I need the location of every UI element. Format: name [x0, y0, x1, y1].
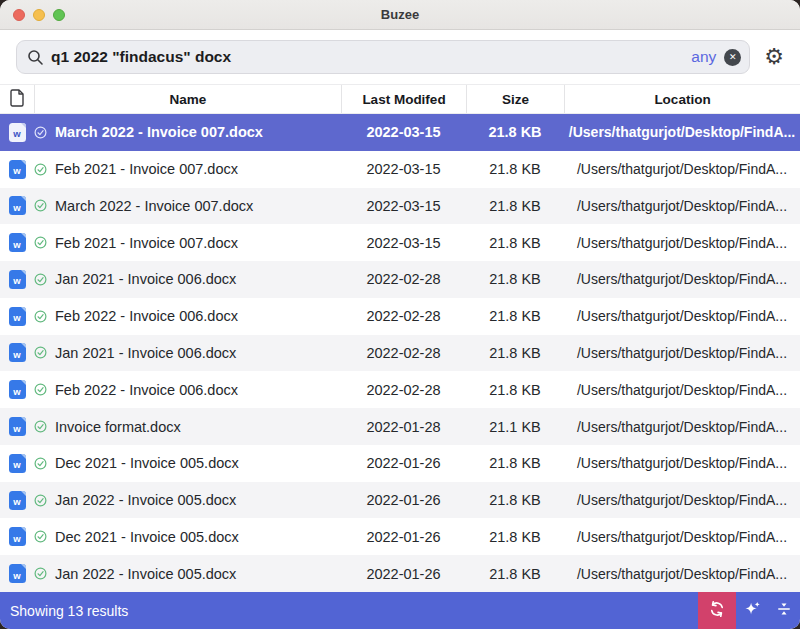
file-size: 21.1 KB: [466, 419, 564, 435]
file-modified-date: 2022-03-15: [341, 161, 466, 177]
table-row[interactable]: w Jan 2021 - Invoice 006.docx 2022-02-28…: [0, 335, 800, 372]
file-size: 21.8 KB: [466, 455, 564, 471]
file-name: Feb 2022 - Invoice 006.docx: [55, 308, 238, 324]
column-header-name[interactable]: Name: [34, 85, 341, 113]
file-name-cell: Jan 2021 - Invoice 006.docx: [34, 271, 341, 287]
word-file-icon: w: [9, 417, 26, 436]
file-type-cell: w: [0, 417, 34, 436]
column-header-modified[interactable]: Last Modifed: [341, 85, 466, 113]
collapse-vertical-icon: [775, 600, 793, 622]
document-icon: [10, 89, 25, 110]
file-name-cell: Dec 2021 - Invoice 005.docx: [34, 455, 341, 471]
file-name: Feb 2022 - Invoice 006.docx: [55, 382, 238, 398]
table-row[interactable]: w Feb 2022 - Invoice 006.docx 2022-02-28…: [0, 371, 800, 408]
results-count: Showing 13 results: [0, 603, 698, 619]
minimize-button[interactable]: [33, 9, 45, 21]
app-window: Buzee any ✕ ⚙ Name La: [0, 0, 800, 629]
column-header-size[interactable]: Size: [466, 85, 564, 113]
table-row[interactable]: w Dec 2021 - Invoice 005.docx 2022-01-26…: [0, 445, 800, 482]
file-type-cell: w: [0, 527, 34, 546]
file-size: 21.8 KB: [466, 124, 564, 140]
table-row[interactable]: w Feb 2021 - Invoice 007.docx 2022-03-15…: [0, 151, 800, 188]
file-name: March 2022 - Invoice 007.docx: [55, 124, 263, 140]
file-type-cell: w: [0, 564, 34, 583]
table-row[interactable]: w Feb 2022 - Invoice 006.docx 2022-02-28…: [0, 298, 800, 335]
file-type-cell: w: [0, 123, 34, 142]
table-row[interactable]: w Jan 2022 - Invoice 005.docx 2022-01-26…: [0, 555, 800, 592]
file-name-cell: Feb 2022 - Invoice 006.docx: [34, 382, 341, 398]
file-name: Dec 2021 - Invoice 005.docx: [55, 529, 239, 545]
search-bar: any ✕ ⚙: [0, 30, 800, 84]
file-type-column-header[interactable]: [0, 85, 34, 113]
file-size: 21.8 KB: [466, 382, 564, 398]
table-row[interactable]: w Invoice format.docx 2022-01-28 21.1 KB…: [0, 408, 800, 445]
search-icon: [27, 49, 44, 66]
file-name: Jan 2022 - Invoice 005.docx: [55, 566, 236, 582]
search-input[interactable]: [51, 48, 691, 66]
file-name: Invoice format.docx: [55, 419, 181, 435]
file-modified-date: 2022-01-26: [341, 455, 466, 471]
file-type-cell: w: [0, 196, 34, 215]
check-circle-icon: [34, 126, 47, 139]
file-location: /Users/thatgurjot/Desktop/FindA...: [564, 566, 800, 582]
sparkles-icon: [743, 599, 762, 622]
file-size: 21.8 KB: [466, 308, 564, 324]
file-location: /Users/thatgurjot/Desktop/FindA...: [564, 235, 800, 251]
word-file-icon: w: [9, 564, 26, 583]
file-size: 21.8 KB: [466, 198, 564, 214]
clear-search-icon[interactable]: ✕: [724, 49, 741, 66]
table-row[interactable]: w Feb 2021 - Invoice 007.docx 2022-03-15…: [0, 224, 800, 261]
check-circle-icon: [34, 457, 47, 470]
word-file-icon: w: [9, 160, 26, 179]
file-location: /Users/thatgurjot/Desktop/FindA...: [564, 419, 800, 435]
close-button[interactable]: [13, 9, 25, 21]
file-modified-date: 2022-02-28: [341, 308, 466, 324]
check-circle-icon: [34, 273, 47, 286]
file-modified-date: 2022-01-28: [341, 419, 466, 435]
word-file-icon: w: [9, 123, 26, 142]
file-location: /Users/thatgurjot/Desktop/FindA...: [564, 124, 800, 140]
file-name-cell: March 2022 - Invoice 007.docx: [34, 198, 341, 214]
word-file-icon: w: [9, 527, 26, 546]
zoom-button[interactable]: [53, 9, 65, 21]
file-name-cell: Invoice format.docx: [34, 419, 341, 435]
check-circle-icon: [34, 310, 47, 323]
file-name: Jan 2021 - Invoice 006.docx: [55, 345, 236, 361]
window-title: Buzee: [0, 7, 800, 22]
ai-assist-button[interactable]: [736, 592, 768, 629]
file-modified-date: 2022-02-28: [341, 382, 466, 398]
file-size: 21.8 KB: [466, 566, 564, 582]
file-name-cell: Feb 2021 - Invoice 007.docx: [34, 235, 341, 251]
collapse-rows-button[interactable]: [768, 592, 800, 629]
search-scope-filter[interactable]: any: [691, 48, 716, 66]
check-circle-icon: [34, 383, 47, 396]
sync-button[interactable]: [698, 592, 736, 629]
table-row[interactable]: w Dec 2021 - Invoice 005.docx 2022-01-26…: [0, 518, 800, 555]
table-row[interactable]: w March 2022 - Invoice 007.docx 2022-03-…: [0, 114, 800, 151]
file-name: Feb 2021 - Invoice 007.docx: [55, 235, 238, 251]
column-header-location[interactable]: Location: [564, 85, 800, 113]
table-row[interactable]: w March 2022 - Invoice 007.docx 2022-03-…: [0, 188, 800, 225]
traffic-lights: [13, 9, 65, 21]
status-buttons: [698, 592, 800, 629]
check-circle-icon: [34, 199, 47, 212]
file-name-cell: Jan 2022 - Invoice 005.docx: [34, 566, 341, 582]
check-circle-icon: [34, 567, 47, 580]
file-type-cell: w: [0, 343, 34, 362]
file-type-cell: w: [0, 454, 34, 473]
gear-icon[interactable]: ⚙: [764, 46, 784, 68]
file-name-cell: Dec 2021 - Invoice 005.docx: [34, 529, 341, 545]
file-name: Feb 2021 - Invoice 007.docx: [55, 161, 238, 177]
file-modified-date: 2022-02-28: [341, 345, 466, 361]
check-circle-icon: [34, 420, 47, 433]
table-row[interactable]: w Jan 2022 - Invoice 005.docx 2022-01-26…: [0, 482, 800, 519]
file-name: Jan 2021 - Invoice 006.docx: [55, 271, 236, 287]
file-name-cell: Feb 2022 - Invoice 006.docx: [34, 308, 341, 324]
file-size: 21.8 KB: [466, 161, 564, 177]
file-name-cell: Feb 2021 - Invoice 007.docx: [34, 161, 341, 177]
file-name-cell: Jan 2021 - Invoice 006.docx: [34, 345, 341, 361]
search-field[interactable]: any ✕: [16, 40, 750, 74]
table-row[interactable]: w Jan 2021 - Invoice 006.docx 2022-02-28…: [0, 261, 800, 298]
file-modified-date: 2022-01-26: [341, 492, 466, 508]
file-name: March 2022 - Invoice 007.docx: [55, 198, 253, 214]
